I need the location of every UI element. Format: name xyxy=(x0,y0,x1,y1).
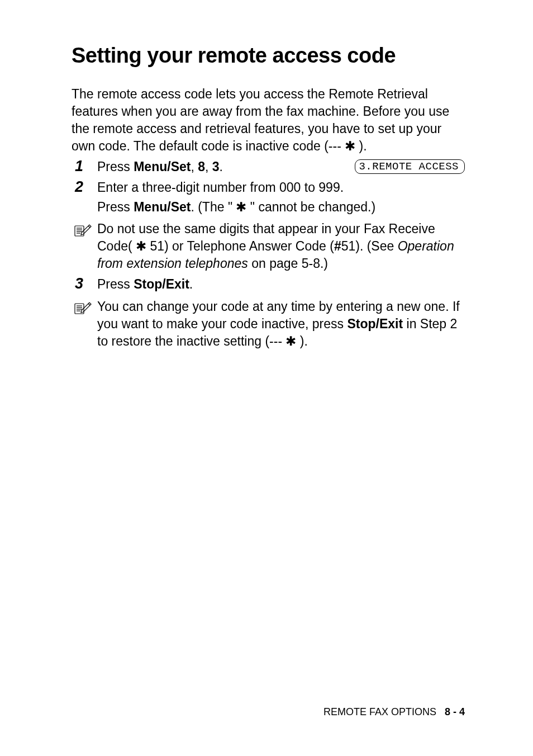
step-2: 2 Enter a three-digit number from 000 to… xyxy=(72,179,465,216)
note1-t4: on page 5-8.) xyxy=(248,256,328,271)
step-body: Press Stop/Exit. xyxy=(97,276,465,293)
step1-pre: Press xyxy=(97,159,134,174)
stop-exit-label: Stop/Exit xyxy=(347,316,403,331)
lcd-display: 3.REMOTE ACCESS xyxy=(355,159,465,174)
step1-sep1: , xyxy=(191,159,198,174)
step1-end: . xyxy=(220,159,223,174)
step2-end: " cannot be changed.) xyxy=(246,200,375,214)
hash-symbol: # xyxy=(334,239,341,253)
star-symbol: ✱ xyxy=(136,239,146,253)
stop-exit-label: Stop/Exit xyxy=(134,277,189,291)
note-body: You can change your code at any time by … xyxy=(97,298,465,350)
menu-set-label: Menu/Set xyxy=(134,200,191,214)
note2-t3: ). xyxy=(296,334,307,348)
note-body: Do not use the same digits that appear i… xyxy=(97,220,465,272)
step2-line2: Press Menu/Set. (The " ✱ " cannot be cha… xyxy=(97,199,465,216)
page-number: 8 - 4 xyxy=(445,706,465,717)
key-8: 8 xyxy=(198,159,205,174)
footer-section: REMOTE FAX OPTIONS xyxy=(323,706,436,717)
step2-pre: Press xyxy=(97,200,134,214)
note1-t2: 51) or Telephone Answer Code ( xyxy=(146,239,334,253)
intro-text-end: ). xyxy=(355,139,367,153)
step-number: 3 xyxy=(72,276,97,292)
step-1: 1 Press Menu/Set, 8, 3. 3.REMOTE ACCESS xyxy=(72,158,465,176)
step-number: 2 xyxy=(72,179,97,196)
intro-paragraph: The remote access code lets you access t… xyxy=(72,86,465,155)
step3-end: . xyxy=(189,277,193,291)
intro-text: The remote access code lets you access t… xyxy=(72,87,449,153)
key-3: 3 xyxy=(212,159,220,174)
step-number: 1 xyxy=(72,158,97,175)
step-3: 3 Press Stop/Exit. xyxy=(72,276,465,293)
svg-line-11 xyxy=(88,304,90,305)
star-symbol: ✱ xyxy=(285,334,296,348)
step3-pre: Press xyxy=(97,277,134,291)
note-1: Do not use the same digits that appear i… xyxy=(72,220,465,272)
star-symbol: ✱ xyxy=(345,139,355,153)
page-footer: REMOTE FAX OPTIONS 8 - 4 xyxy=(323,706,465,718)
step2-line1: Enter a three-digit number from 000 to 9… xyxy=(97,179,465,196)
step2-mid: . (The " xyxy=(191,200,236,214)
step-body: Press Menu/Set, 8, 3. xyxy=(97,158,355,176)
step1-sep2: , xyxy=(205,159,212,174)
menu-set-label: Menu/Set xyxy=(134,159,191,174)
note-icon xyxy=(72,220,97,240)
svg-line-5 xyxy=(88,226,90,228)
page-title: Setting your remote access code xyxy=(72,44,465,68)
note-icon xyxy=(72,298,97,318)
star-symbol: ✱ xyxy=(236,200,246,214)
step-body: Enter a three-digit number from 000 to 9… xyxy=(97,179,465,216)
note-2: You can change your code at any time by … xyxy=(72,298,465,350)
note1-t3: 51). (See xyxy=(341,239,398,253)
